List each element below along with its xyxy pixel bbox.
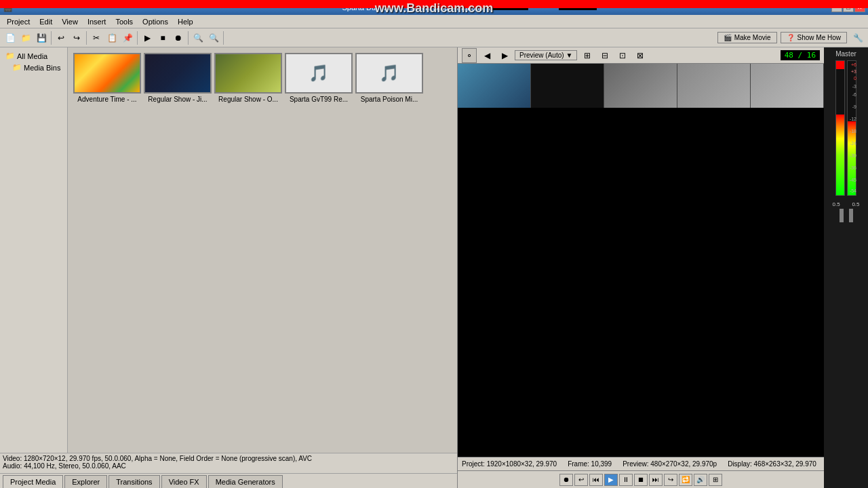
menu-edit[interactable]: Edit (35, 16, 56, 27)
prev-full-btn[interactable]: ⊞ (709, 474, 722, 486)
prev-record-btn[interactable]: ⏺ (559, 474, 573, 486)
menu-project[interactable]: Project (3, 16, 34, 27)
prev-end-btn[interactable]: ↪ (664, 474, 677, 486)
save-btn[interactable]: 💾 (34, 30, 49, 45)
preview-res: Preview: 480×270×32, 29.970p (623, 460, 717, 468)
tree-all-media[interactable]: 📁 All Media (3, 50, 64, 62)
vu-title: Master (835, 50, 856, 58)
frame5 (751, 64, 824, 108)
tree-media-bins[interactable]: 📁 Media Bins (3, 62, 64, 73)
help-icon: ❓ (787, 34, 795, 41)
prev-btn4[interactable]: ⊠ (633, 48, 648, 63)
vu-slider-controls (840, 209, 853, 222)
tab-project-media[interactable]: Project Media (3, 475, 63, 488)
folder-icon: 📁 (5, 52, 15, 60)
menu-tools[interactable]: Tools (111, 16, 137, 27)
vu-left: +6 +3 0 -3 -6 -9 -12 -18 -24 -30 -36 -45… (835, 60, 845, 196)
preview-right: ⚬ ◀ ▶ Preview (Auto) ▼ ⊞ ⊟ ⊡ ⊠ 48 / 16 (458, 47, 868, 488)
show-me-how-btn[interactable]: ❓ Show Me How (781, 32, 847, 43)
vu-fill-left (836, 115, 844, 195)
make-movie-icon: 🎬 (724, 34, 732, 41)
frame-info: Frame: 10,399 (568, 460, 612, 468)
preview-top-bar: ⚬ ◀ ▶ Preview (Auto) ▼ ⊞ ⊟ ⊡ ⊠ 48 / 16 (458, 47, 824, 64)
sep3 (137, 31, 138, 45)
sep5 (223, 31, 224, 45)
zoom-in-btn[interactable]: 🔍 (191, 30, 205, 45)
video-info: Video: 868×488×12, 29.970 fps, 50.0.060… (3, 455, 454, 462)
prev-audio-btn[interactable]: 🔊 (694, 474, 707, 486)
main-layout: 📁 All Media 📁 Media Bins (0, 47, 868, 488)
prev-forward-btn[interactable]: ▶ (497, 48, 512, 63)
dropdown-arrow: ▼ (566, 52, 573, 59)
tab-transitions[interactable]: Transitions (108, 475, 159, 488)
tab-explorer[interactable]: Explorer (64, 475, 107, 488)
thumb-label-4: Sparta Poison Mi... (361, 96, 418, 103)
thumb-label-1: Regular Show - Ji... (148, 96, 207, 103)
vu-bar-right (847, 60, 856, 196)
preview-controls: ⏺ ↩ ⏮ ▶ ⏸ ⏹ ⏭ ↪ 🔁 🔊 ⊞ (458, 470, 824, 488)
paste-btn[interactable]: 📌 (120, 30, 135, 45)
prev-stop-btn[interactable]: ⏹ (634, 474, 648, 486)
vu-right-label: 0.5 (852, 201, 859, 207)
thumb-label-0: Adventure Time - ... (77, 96, 136, 103)
media-item-0[interactable]: Adventure Time - ... (73, 53, 141, 103)
preview-position: 48 / 16 (781, 50, 820, 60)
zoom-out-btn[interactable]: 🔍 (206, 30, 221, 45)
vu-meters: +6 +3 0 -3 -6 -9 -12 -18 -24 -30 -36 -45… (835, 60, 856, 196)
extra-btn[interactable]: 🔧 (850, 30, 865, 45)
prev-prev-btn[interactable]: ⏮ (589, 474, 603, 486)
preview-main: ⚬ ◀ ▶ Preview (Auto) ▼ ⊞ ⊟ ⊡ ⊠ 48 / 16 (458, 47, 824, 488)
media-item-3[interactable]: 🎵 Sparta GvT99 Re... (285, 53, 353, 103)
vu-right (847, 60, 856, 196)
prev-btn1[interactable]: ⊞ (580, 48, 595, 63)
menu-help[interactable]: Help (174, 16, 197, 27)
preview-filmstrip (458, 64, 824, 108)
preview-area (458, 64, 824, 457)
menu-options[interactable]: Options (138, 16, 172, 27)
make-movie-btn[interactable]: 🎬 Make Movie (717, 32, 777, 43)
undo-btn[interactable]: ↩ (54, 30, 68, 45)
vu-slider-l[interactable] (840, 209, 844, 222)
record-btn[interactable]: ⏺ (171, 30, 186, 45)
sep4 (188, 31, 189, 45)
prev-btn3[interactable]: ⊡ (615, 48, 630, 63)
toolbar: 📄 📁 💾 ↩ ↪ ✂ 📋 📌 ▶ ■ ⏺ 🔍 🔍 🎬 Make Movie ❓… (0, 28, 868, 47)
thumb-regular-j (144, 53, 212, 94)
preview-info: Project: 1920×1080×32, 29.970 Frame: 10,… (458, 457, 824, 470)
media-tabs: Project Media Explorer Transitions Video… (0, 473, 457, 488)
thumb-regular-o (214, 53, 282, 94)
media-content: Adventure Time - ... Regular Show - Ji..… (68, 47, 457, 453)
prev-btn2[interactable]: ⊟ (597, 48, 612, 63)
preview-auto-dropdown[interactable]: Preview (Auto) ▼ (515, 50, 577, 60)
redo-btn[interactable]: ↪ (69, 30, 84, 45)
tab-video-fx[interactable]: Video FX (161, 475, 207, 488)
thumb-adventure (73, 53, 141, 94)
play-btn[interactable]: ▶ (140, 30, 155, 45)
copy-btn[interactable]: 📋 (104, 30, 119, 45)
media-item-4[interactable]: 🎵 Sparta Poison Mi... (355, 53, 423, 103)
prev-loop-btn[interactable]: 🔁 (679, 474, 692, 486)
media-tree: 📁 All Media 📁 Media Bins (0, 47, 68, 453)
menu-view[interactable]: View (58, 16, 82, 27)
vu-slider-r[interactable] (849, 209, 853, 222)
menu-insert[interactable]: Insert (83, 16, 111, 27)
status-bar-media: Video: 868×488×12, 29.970 fps, 50.0.060… (0, 453, 457, 473)
prev-pause-btn[interactable]: ⏸ (619, 474, 633, 486)
open-btn[interactable]: 📁 (18, 30, 33, 45)
prev-snap-btn[interactable]: ⚬ (462, 48, 477, 63)
media-item-1[interactable]: Regular Show - Ji... (144, 53, 212, 103)
frame2 (531, 64, 604, 108)
cut-btn[interactable]: ✂ (89, 30, 104, 45)
stop-btn[interactable]: ■ (155, 30, 170, 45)
tab-media-generators[interactable]: Media Generators (208, 475, 283, 488)
vu-bar-left: +6 +3 0 -3 -6 -9 -12 -18 -24 -30 -36 -45… (835, 60, 845, 196)
left-panel: 📁 All Media 📁 Media Bins (0, 47, 458, 488)
sep1 (51, 31, 52, 45)
media-item-2[interactable]: Regular Show - O... (214, 53, 282, 103)
prev-next-btn[interactable]: ⏭ (649, 474, 663, 486)
new-btn[interactable]: 📄 (3, 30, 18, 45)
prev-play-btn[interactable]: ▶ (604, 474, 618, 486)
prev-rewind-btn[interactable]: ↩ (574, 474, 588, 486)
prev-back-btn[interactable]: ◀ (479, 48, 494, 63)
vu-clip-left (836, 61, 844, 69)
